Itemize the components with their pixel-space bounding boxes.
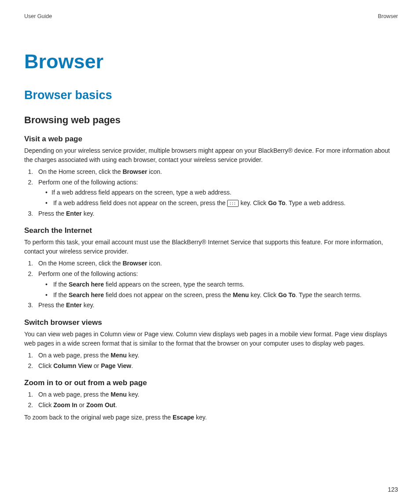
list-item: If a web address field appears on the sc… [46,188,398,198]
page-header: User Guide Browser [24,13,398,19]
page: User Guide Browser Browser Browser basic… [0,0,420,504]
text: key. [194,414,207,421]
text: On a web page, press the [38,352,111,359]
steps-switch: On a web page, press the Menu key. Click… [24,351,398,371]
text: field does not appear on the screen, pre… [104,291,233,298]
text-bold: Browser [122,260,147,267]
text: . [131,362,133,369]
menu-key-icon: ::: [227,200,239,207]
text-bold: Menu [111,391,127,398]
text: To zoom back to the original web page si… [24,414,173,421]
text: key. [82,210,95,217]
list-item: On the Home screen, click the Browser ic… [35,167,398,177]
topic-heading-switch: Switch browser views [24,318,398,327]
text: field appears on the screen, type the se… [104,281,244,288]
list-item: Perform one of the following actions: If… [35,178,398,208]
text-bold: Enter [66,302,82,309]
text: key. [82,302,95,309]
text: . Type a web address. [285,199,346,206]
text: . Type the search terms. [295,291,361,298]
text-bold: Go To [268,199,285,206]
text-bold: Search here [69,291,104,298]
text: or [77,401,86,408]
header-left: User Guide [24,13,52,19]
topic-heading-search: Search the Internet [24,226,398,235]
text: Perform one of the following actions: [38,179,138,186]
text: Perform one of the following actions: [38,270,138,277]
text-bold: Page View [101,362,131,369]
topic-outro-zoom: To zoom back to the original web page si… [24,413,398,422]
text-bold: Go To [278,291,295,298]
text: Press the [38,302,66,309]
text-bold: Escape [173,414,194,421]
list-item: On the Home screen, click the Browser ic… [35,259,398,269]
text: key. Click [239,199,268,206]
text-bold: Zoom In [53,401,77,408]
text: key. [127,391,140,398]
text: On the Home screen, click the [38,260,122,267]
steps-visit: On the Home screen, click the Browser ic… [24,167,398,218]
steps-zoom: On a web page, press the Menu key. Click… [24,390,398,410]
steps-search: On the Home screen, click the Browser ic… [24,259,398,310]
list-item: If the Search here field appears on the … [46,280,398,290]
text: Click [38,362,53,369]
text: key. Click [249,291,278,298]
list-item: Press the Enter key. [35,301,398,310]
sub-list: If a web address field appears on the sc… [38,188,398,208]
list-item: If a web address field does not appear o… [46,199,398,208]
page-title: Browser [24,50,398,73]
list-item: If the Search here field does not appear… [46,291,398,300]
text: If a web address field appears on the sc… [52,189,232,196]
text: On the Home screen, click the [38,168,122,175]
text: icon. [147,260,162,267]
section-heading: Browser basics [24,88,398,102]
list-item: Click Column View or Page View. [35,361,398,371]
text-bold: Zoom Out [86,401,115,408]
text: or [92,362,101,369]
text: . [115,401,117,408]
topic-intro-search: To perform this task, your email account… [24,238,398,256]
text: If the [53,281,69,288]
list-item: Click Zoom In or Zoom Out. [35,401,398,410]
topic-intro-visit: Depending on your wireless service provi… [24,146,398,165]
list-item: On a web page, press the Menu key. [35,390,398,400]
text-bold: Browser [122,168,147,175]
text-bold: Column View [53,362,92,369]
page-number: 123 [388,486,398,493]
list-item: On a web page, press the Menu key. [35,351,398,361]
topic-intro-switch: You can view web pages in Column view or… [24,330,398,348]
text: key. [127,352,140,359]
subsection-heading: Browsing web pages [24,114,398,126]
header-right: Browser [378,13,398,19]
text: icon. [147,168,162,175]
list-item: Perform one of the following actions: If… [35,269,398,300]
text: Click [38,401,53,408]
text: Press the [38,210,66,217]
text: If a web address field does not appear o… [53,199,227,206]
text: On a web page, press the [38,391,111,398]
sub-list: If the Search here field appears on the … [38,280,398,300]
list-item: Press the Enter key. [35,209,398,219]
topic-heading-visit: Visit a web page [24,135,398,143]
text-bold: Menu [233,291,249,298]
text: If the [53,291,69,298]
text-bold: Menu [111,352,127,359]
text-bold: Search here [69,281,104,288]
text-bold: Enter [66,210,82,217]
topic-heading-zoom: Zoom in to or out from a web page [24,379,398,387]
